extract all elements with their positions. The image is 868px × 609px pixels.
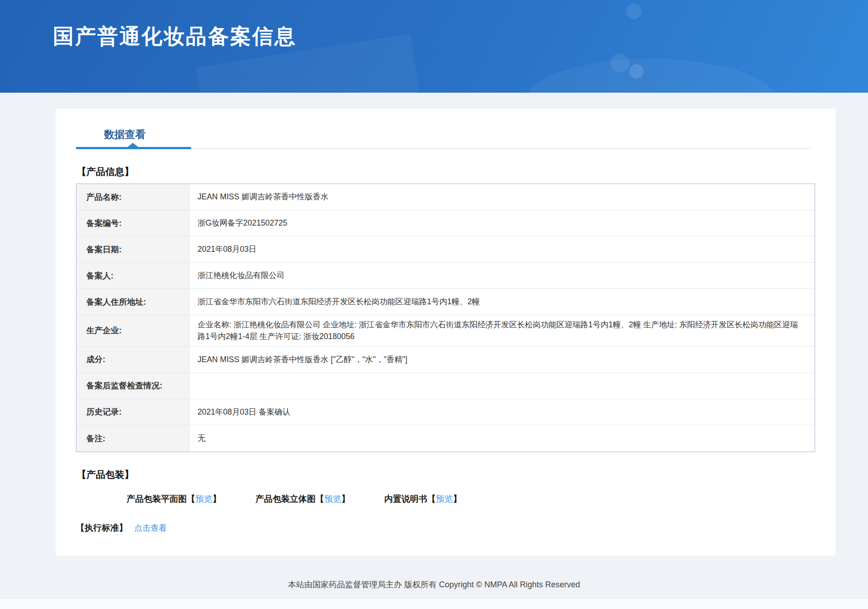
preview-link-3d-diagram[interactable]: 预览 — [324, 494, 341, 504]
row-value: 企业名称: 浙江艳桃化妆品有限公司 企业地址: 浙江省金华市东阳市六石街道东阳经… — [189, 315, 815, 346]
row-label: 备注: — [76, 425, 189, 452]
row-label: 成分: — [76, 347, 189, 373]
row-label: 产品名称: — [76, 184, 189, 210]
tab-bar: 数据查看 — [76, 127, 815, 149]
table-row-ingredients: 成分: JEAN MISS 媚调吉岭茶香中性版香水 ["乙醇"，"水"，"香精"… — [76, 347, 815, 373]
decorative-circle — [626, 4, 642, 19]
row-value: 2021年08月03日 备案确认 — [189, 399, 815, 425]
content-card: 数据查看 【产品信息】 产品名称: JEAN MISS 媚调吉岭茶香中性版香水 … — [56, 109, 835, 556]
bracket: 】 — [212, 494, 221, 504]
row-value: JEAN MISS 媚调吉岭茶香中性版香水 ["乙醇"，"水"，"香精"] — [189, 347, 815, 373]
table-row-manufacturer: 生产企业: 企业名称: 浙江艳桃化妆品有限公司 企业地址: 浙江省金华市东阳市六… — [76, 315, 815, 347]
table-row-post-filing-inspection: 备案后监督检查情况: — [76, 373, 815, 399]
product-info-table: 产品名称: JEAN MISS 媚调吉岭茶香中性版香水 备案编号: 浙G妆网备字… — [76, 184, 815, 452]
bracket: 】 — [341, 494, 350, 504]
table-row-filer-address: 备案人住所地址: 浙江省金华市东阳市六石街道东阳经济开发区长松岗功能区迎瑞路1号… — [76, 289, 815, 315]
row-value: 无 — [189, 425, 815, 452]
row-value: 浙G妆网备字2021502725 — [189, 210, 815, 236]
table-row-remarks: 备注: 无 — [76, 425, 815, 452]
bracket: 】 — [453, 494, 462, 504]
tab-data-view[interactable]: 数据查看 — [104, 127, 146, 142]
row-value: 浙江省金华市东阳市六石街道东阳经济开发区长松岗功能区迎瑞路1号内1幢、2幢 — [189, 289, 815, 315]
tab-underline — [76, 147, 811, 149]
row-label: 备案后监督检查情况: — [76, 373, 189, 399]
packaging-item-name: 内置说明书 — [384, 494, 427, 504]
page-title: 国产普通化妆品备案信息 — [53, 23, 297, 51]
packaging-item-name: 产品包装立体图 — [255, 494, 316, 504]
row-value: JEAN MISS 媚调吉岭茶香中性版香水 — [189, 184, 815, 210]
execution-standard-row: 【执行标准】点击查看 — [76, 522, 815, 534]
row-label: 备案人: — [76, 263, 189, 288]
row-value: 浙江艳桃化妆品有限公司 — [189, 263, 815, 288]
packaging-item-3d-diagram: 产品包装立体图【预览】 — [255, 493, 350, 505]
packaging-item-name: 产品包装平面图 — [127, 494, 187, 504]
execution-standard-view-link[interactable]: 点击查看 — [134, 524, 167, 533]
packaging-item-flat-diagram: 产品包装平面图【预览】 — [127, 493, 221, 505]
row-label: 备案日期: — [76, 236, 189, 262]
row-label: 备案人住所地址: — [76, 289, 189, 315]
decorative-ellipse — [524, 59, 778, 93]
preview-link-flat-diagram[interactable]: 预览 — [195, 494, 212, 504]
bottom-strip — [0, 598, 868, 609]
preview-link-manual[interactable]: 预览 — [436, 494, 453, 504]
row-label: 备案编号: — [76, 210, 189, 236]
tab-active-arrow-icon — [127, 143, 139, 147]
row-value — [189, 373, 815, 399]
execution-standard-label: 【执行标准】 — [76, 523, 127, 533]
bracket: 【 — [187, 494, 195, 504]
tab-divider-line — [191, 148, 811, 149]
page: { "header": { "title": "国产普通化妆品备案信息" }, … — [0, 0, 868, 609]
packaging-item-manual: 内置说明书【预览】 — [384, 493, 462, 505]
row-label: 生产企业: — [76, 315, 189, 346]
table-row-product-name: 产品名称: JEAN MISS 媚调吉岭茶香中性版香水 — [76, 184, 815, 210]
table-row-history: 历史记录: 2021年08月03日 备案确认 — [76, 399, 815, 425]
bracket: 【 — [427, 494, 436, 504]
section-title-packaging: 【产品包装】 — [77, 468, 815, 481]
table-row-filing-number: 备案编号: 浙G妆网备字2021502725 — [76, 210, 815, 236]
table-row-filing-date: 备案日期: 2021年08月03日 — [76, 236, 815, 263]
table-row-filer: 备案人: 浙江艳桃化妆品有限公司 — [76, 263, 815, 289]
page-header-banner: 国产普通化妆品备案信息 — [0, 0, 868, 93]
bracket: 【 — [316, 494, 324, 504]
packaging-links-row: 产品包装平面图【预览】 产品包装立体图【预览】 内置说明书【预览】 — [127, 493, 815, 505]
row-value: 2021年08月03日 — [189, 236, 815, 262]
section-title-product-info: 【产品信息】 — [77, 165, 815, 178]
footer-copyright: 本站由国家药品监督管理局主办 版权所有 Copyright © NMPA All… — [0, 556, 868, 590]
row-label: 历史记录: — [76, 399, 189, 425]
